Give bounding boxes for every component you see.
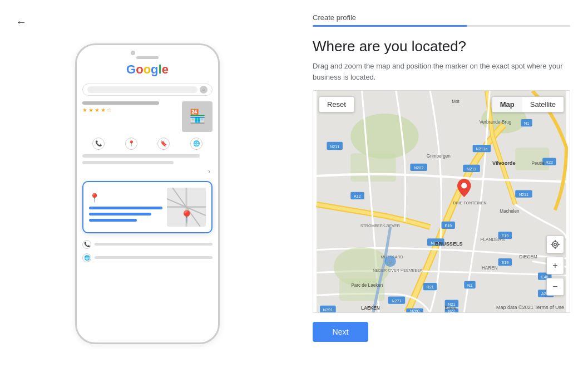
- map-attribution: Map data ©2021 Terms of Use: [496, 305, 564, 310]
- phone-stars: ★ ★ ★ ★ ☆: [82, 107, 179, 113]
- card-line-1: [89, 207, 162, 209]
- phone-camera: [131, 51, 135, 55]
- svg-text:N1: N1: [524, 121, 529, 126]
- zoom-in-button[interactable]: +: [546, 257, 564, 275]
- g-letter-2: g: [151, 62, 158, 76]
- svg-text:Parc de Laeken: Parc de Laeken: [351, 283, 383, 288]
- g-letter: G: [126, 62, 136, 76]
- svg-text:R21: R21: [427, 285, 434, 290]
- phone-mockup: Google ⌕ ★ ★ ★ ★ ☆: [75, 43, 220, 344]
- svg-text:NEDER-OVER-HEEMBEEK: NEDER-OVER-HEEMBEEK: [373, 268, 423, 273]
- zoom-out-button[interactable]: −: [546, 278, 564, 296]
- svg-text:FLANDERS: FLANDERS: [481, 237, 505, 242]
- e-letter: e: [162, 62, 169, 76]
- svg-text:A12: A12: [354, 194, 361, 199]
- svg-point-76: [552, 242, 559, 248]
- bookmark-icon: 🔖: [157, 138, 170, 150]
- phone-business-image: 🏪: [182, 101, 213, 132]
- expand-arrow: ›: [82, 168, 210, 175]
- map-thumbnail: 📍: [167, 188, 206, 227]
- map-container[interactable]: N211 N1 N211a R22 N202 N211 N211 A12: [313, 90, 570, 313]
- svg-text:Grimbergen: Grimbergen: [427, 154, 451, 159]
- map-top-controls: Reset Map Satellite: [319, 96, 564, 112]
- map-svg: N211 N1 N211a R22 N202 N211 N211 A12: [313, 91, 570, 312]
- phone-icon: 📞: [92, 138, 105, 150]
- section-description: Drag and zoom the map and position the m…: [313, 61, 570, 82]
- svg-text:Vilvoorde: Vilvoorde: [492, 160, 516, 166]
- directions-icon: 📍: [125, 138, 137, 150]
- phone-speaker: [136, 56, 159, 59]
- card-map-thumbnail: 📍: [167, 188, 206, 227]
- card-left-section: 📍: [89, 193, 162, 222]
- progress-bar-fill: [313, 25, 467, 27]
- phone-line-2: [82, 161, 174, 164]
- svg-text:N211: N211: [467, 167, 476, 172]
- right-panel: Create profile Where are you located? Dr…: [295, 0, 588, 387]
- card-line-3: [89, 219, 137, 222]
- svg-text:DIEGEM: DIEGEM: [520, 254, 537, 259]
- svg-point-74: [461, 183, 467, 188]
- section-title: Where are you located?: [313, 38, 570, 55]
- card-line-2: [89, 213, 151, 215]
- svg-text:LAEKEN: LAEKEN: [361, 306, 380, 311]
- phone-search-bar: ⌕: [82, 84, 213, 96]
- svg-text:HAREN: HAREN: [482, 266, 498, 271]
- svg-text:N211a: N211a: [476, 147, 487, 151]
- map-type-toggle: Map Satellite: [492, 96, 564, 112]
- phone-bottom-text-1: [95, 243, 213, 246]
- svg-text:Machelen: Machelen: [500, 209, 519, 214]
- phone-action-icons: 📞 📍 🔖 🌐: [82, 138, 213, 150]
- location-icon: [550, 239, 560, 249]
- google-logo: Google: [82, 62, 213, 77]
- svg-text:R22: R22: [546, 160, 553, 165]
- svg-text:N1: N1: [467, 283, 472, 288]
- phone-bottom-line-2: 🌐: [82, 253, 213, 262]
- satellite-type-button[interactable]: Satellite: [522, 97, 564, 112]
- location-button[interactable]: [546, 236, 564, 253]
- share-icon: 🌐: [190, 138, 202, 150]
- svg-text:DRIE FONTEINEN: DRIE FONTEINEN: [453, 201, 486, 205]
- map-right-controls: + −: [546, 236, 564, 296]
- svg-text:N291: N291: [323, 308, 333, 312]
- svg-text:N277: N277: [392, 299, 401, 303]
- svg-text:N202: N202: [414, 166, 423, 170]
- phone-line-1: [82, 154, 200, 158]
- o-letter-1: o: [136, 62, 143, 76]
- svg-text:Peutie: Peutie: [531, 161, 545, 166]
- phone-bottom-text-2: [95, 256, 213, 259]
- svg-text:STROMBEEK-BEVER: STROMBEEK-BEVER: [360, 224, 400, 228]
- card-pin-icon: 📍: [89, 193, 100, 203]
- o-letter-2: o: [144, 62, 151, 76]
- create-profile-label: Create profile: [313, 13, 570, 22]
- reset-button[interactable]: Reset: [319, 96, 354, 112]
- svg-text:N260: N260: [410, 309, 419, 312]
- svg-text:BRUSSELS: BRUSSELS: [435, 241, 463, 247]
- phone-content: Google ⌕ ★ ★ ★ ★ ☆: [82, 62, 213, 262]
- svg-text:E19: E19: [444, 224, 452, 228]
- phone-bottom: 📞 🌐: [82, 240, 213, 262]
- svg-rect-7: [350, 153, 396, 182]
- map-type-button[interactable]: Map: [492, 97, 522, 112]
- phone-search-input: [87, 86, 197, 93]
- phone-search-icon: ⌕: [200, 86, 207, 94]
- svg-point-75: [554, 243, 557, 246]
- map-thumb-pin: 📍: [179, 210, 194, 224]
- svg-text:🚲: 🚲: [387, 258, 394, 265]
- left-panel: ← Google ⌕ ★ ★ ★: [0, 0, 295, 387]
- svg-text:Evere: Evere: [444, 306, 457, 311]
- svg-text:N211: N211: [330, 145, 339, 149]
- svg-point-6: [350, 114, 418, 159]
- business-card: 📍: [82, 181, 213, 233]
- svg-text:Verbrande-Brug: Verbrande-Brug: [480, 120, 512, 125]
- progress-bar-container: [313, 25, 570, 27]
- phone-bottom-icon-2: 🌐: [82, 253, 91, 262]
- svg-text:N211: N211: [519, 193, 528, 197]
- next-button[interactable]: Next: [313, 322, 368, 342]
- store-icon: 🏪: [189, 109, 206, 124]
- phone-bottom-line-1: 📞: [82, 240, 213, 249]
- phone-bottom-icon-1: 📞: [82, 240, 91, 249]
- svg-text:E19: E19: [501, 261, 508, 265]
- phone-name-line: [82, 101, 159, 105]
- back-button[interactable]: ←: [16, 16, 27, 28]
